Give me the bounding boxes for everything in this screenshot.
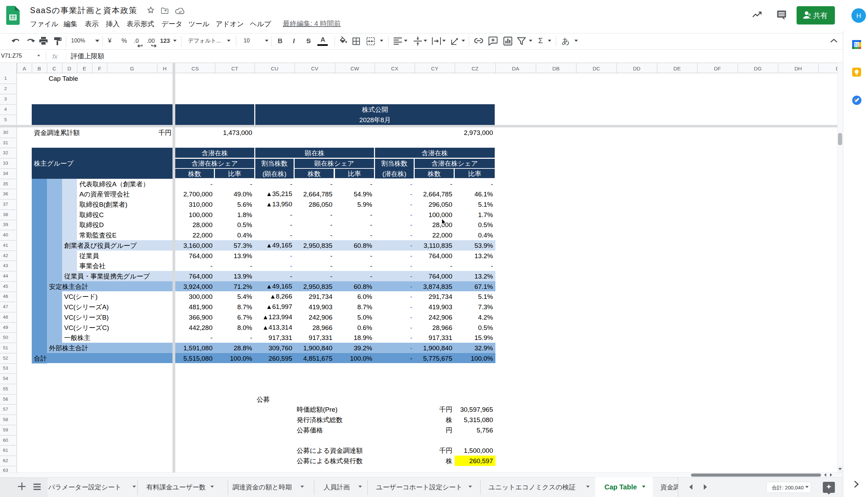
svg-text:31: 31 bbox=[854, 42, 859, 47]
